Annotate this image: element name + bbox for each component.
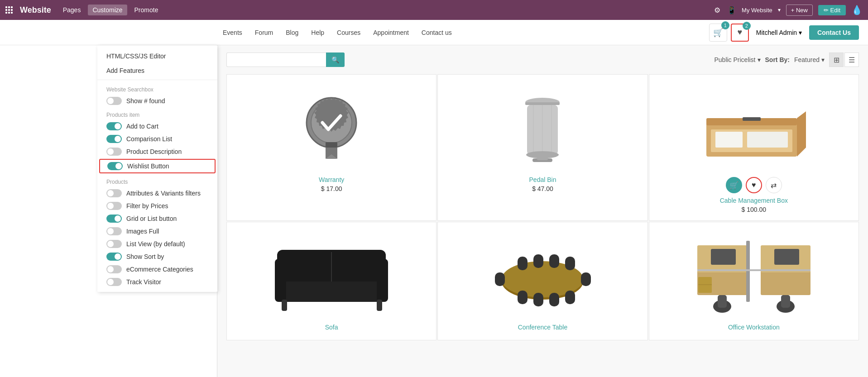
workstation-icon [693,232,815,318]
edit-button[interactable]: ✏ Edit [818,5,846,15]
shop-toolbar: 🔍 Public Pricelist ▾ Sort By: Featured ▾… [226,52,859,67]
product-image-workstation [657,229,851,320]
product-price-warranty: $ 17.00 [321,185,342,192]
attributes-variants-label: Attributes & Variants filters [126,190,201,197]
product-description-toggle[interactable] [106,148,122,156]
svg-rect-6 [525,102,560,105]
admin-bar: Website Pages Customize Promote ⚙ 📱 My W… [0,0,868,20]
ecommerce-categories-toggle[interactable] [106,265,122,273]
sofa-icon [273,236,390,313]
grid-menu-icon[interactable] [5,6,13,14]
contact-us-button[interactable]: Contact Us [809,25,859,40]
product-grid: Warranty $ 17.00 [226,74,859,340]
svg-rect-22 [277,282,386,302]
product-name-cable-box[interactable]: Cable Management Box [720,197,788,204]
add-to-cart-row: Add to Cart [97,120,217,133]
panel-divider-1 [97,80,217,80]
sortby-chevron-icon: ▾ [821,56,825,63]
user-dropdown[interactable]: Mitchell Admin ▾ [753,27,806,38]
add-to-cart-btn-cable[interactable]: 🛒 [726,177,742,193]
filter-by-prices-row: Filter by Prices [97,200,217,212]
list-view-label: List View (by default) [126,240,185,248]
attributes-variants-row: Attributes & Variants filters [97,187,217,200]
track-visitor-label: Track Visitor [126,278,161,286]
images-full-row: Images Full [97,225,217,238]
cart-button[interactable]: 🛒 1 [709,24,727,42]
list-view-button[interactable]: ☰ [844,52,859,67]
html-css-js-editor-item[interactable]: HTML/CSS/JS Editor [97,49,217,63]
images-full-toggle[interactable] [106,227,122,235]
wishlist-button-row: Wishlist Button [99,159,216,173]
comparison-list-toggle[interactable] [106,135,122,143]
my-website-dropdown[interactable]: My Website [742,7,772,14]
nav-forum[interactable]: Forum [249,26,278,39]
user-label: Mitchell Admin [756,29,797,36]
conference-table-icon [481,232,604,318]
sortby-value: Featured [794,56,820,63]
product-price-bin: $ 47.00 [532,185,553,192]
compare-btn-cable[interactable]: ⇄ [766,177,782,193]
grid-view-button[interactable]: ⊞ [829,52,844,67]
wishlist-button-toggle[interactable] [107,162,123,170]
sortby-dropdown[interactable]: Featured ▾ [794,56,825,63]
show-found-toggle[interactable] [106,97,122,105]
nav-contact-us[interactable]: Contact us [416,26,457,39]
svg-marker-17 [797,111,806,157]
show-found-row: Show # found [97,95,217,107]
product-name-warranty[interactable]: Warranty [319,176,344,183]
pedal-bin-icon [520,89,565,166]
nav-help[interactable]: Help [306,26,330,39]
track-visitor-row: Track Visitor [97,276,217,288]
product-card-workstation: Office Workstation [649,222,859,340]
svg-rect-50 [711,249,736,265]
search-input[interactable] [226,52,326,67]
wishlist-button[interactable]: ♥ 2 [731,24,749,42]
nav-pages[interactable]: Pages [58,5,86,15]
product-card-conference: Conference Table [437,222,647,340]
svg-rect-36 [549,293,559,306]
show-sort-by-label: Show Sort by [126,253,164,260]
product-name-sofa[interactable]: Sofa [325,324,338,331]
puzzle-icon[interactable]: ⚙ [713,5,722,14]
nav-appointment[interactable]: Appointment [368,26,414,39]
search-button[interactable]: 🔍 [326,52,345,67]
svg-rect-20 [747,132,788,148]
grid-or-list-toggle[interactable] [106,215,122,223]
product-name-bin[interactable]: Pedal Bin [529,176,556,183]
customize-panel: HTML/CSS/JS Editor Add Features Website … [0,45,217,377]
svg-rect-30 [518,257,528,270]
nav-promote[interactable]: Promote [130,5,163,15]
product-card-bin: Pedal Bin $ 47.00 [437,74,647,221]
comparison-list-label: Comparison List [126,135,172,143]
nav-events[interactable]: Events [217,26,248,39]
product-name-conference[interactable]: Conference Table [518,324,567,331]
svg-rect-44 [746,241,750,302]
admin-nav: Pages Customize Promote [58,5,163,15]
odoo-logo: 💧 [851,5,863,15]
wishlist-btn-cable[interactable]: ♥ [746,177,762,193]
sort-by-label: Sort By: [765,56,790,63]
show-sort-by-toggle[interactable] [106,253,122,261]
svg-rect-49 [781,295,790,308]
nav-blog[interactable]: Blog [280,26,304,39]
filter-by-prices-toggle[interactable] [106,202,122,210]
svg-rect-35 [533,293,543,306]
svg-rect-4 [326,142,337,148]
nav-customize[interactable]: Customize [88,5,127,15]
svg-rect-31 [533,254,543,268]
svg-rect-13 [537,156,548,160]
pricelist-dropdown[interactable]: Public Pricelist ▾ [714,56,760,63]
ecommerce-categories-label: eCommerce Categories [126,266,193,273]
nav-courses[interactable]: Courses [331,26,366,39]
track-visitor-toggle[interactable] [106,278,122,286]
new-button[interactable]: + New [786,5,813,16]
attributes-variants-toggle[interactable] [106,189,122,197]
product-name-workstation[interactable]: Office Workstation [728,324,780,331]
mobile-icon[interactable]: 📱 [727,5,736,14]
brand-label: Website [20,5,51,15]
add-features-item[interactable]: Add Features [97,63,217,78]
add-to-cart-toggle[interactable] [106,122,122,130]
product-image-warranty [234,82,429,172]
list-view-toggle[interactable] [106,240,122,248]
svg-rect-37 [565,291,575,304]
